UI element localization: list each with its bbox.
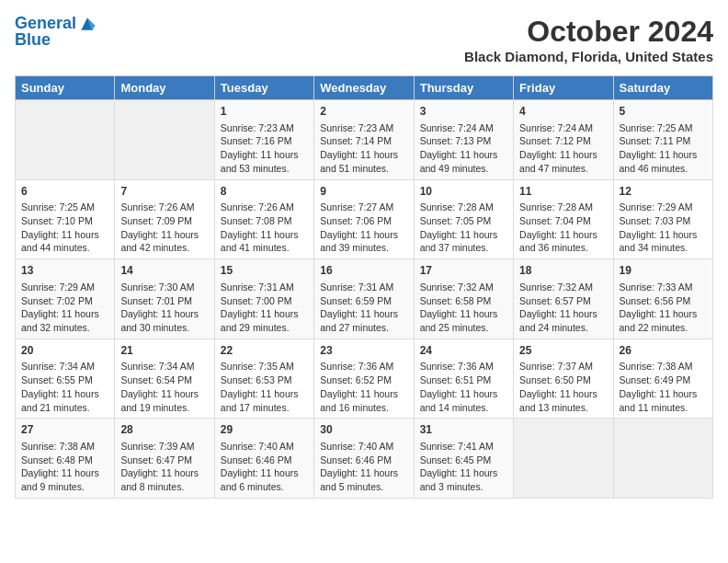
sunrise-text: Sunrise: 7:37 AM: [519, 360, 607, 373]
calendar-subtitle: Black Diamond, Florida, United States: [464, 49, 713, 64]
day-number: 25: [519, 343, 607, 359]
sunrise-text: Sunrise: 7:26 AM: [221, 201, 308, 214]
calendar-cell: 4 Sunrise: 7:24 AM Sunset: 7:12 PM Dayli…: [514, 100, 613, 180]
daylight-text: Daylight: 11 hours and 41 minutes.: [221, 228, 308, 255]
calendar-cell: 7 Sunrise: 7:26 AM Sunset: 7:09 PM Dayli…: [115, 179, 214, 259]
daylight-text: Daylight: 11 hours and 19 minutes.: [120, 387, 208, 414]
sunset-text: Sunset: 6:55 PM: [21, 373, 108, 387]
daylight-text: Daylight: 11 hours and 27 minutes.: [320, 307, 407, 334]
daylight-text: Daylight: 11 hours and 46 minutes.: [620, 148, 707, 175]
daylight-text: Daylight: 11 hours and 37 minutes.: [420, 228, 507, 255]
calendar-cell: 14 Sunrise: 7:30 AM Sunset: 7:01 PM Dayl…: [115, 259, 214, 339]
sunset-text: Sunset: 7:02 PM: [21, 294, 108, 308]
logo: General Blue: [15, 15, 97, 50]
daylight-text: Daylight: 11 hours and 22 minutes.: [620, 307, 707, 334]
calendar-header-row: SundayMondayTuesdayWednesdayThursdayFrid…: [16, 76, 713, 100]
day-number: 1: [221, 104, 308, 120]
day-number: 26: [620, 343, 707, 359]
daylight-text: Daylight: 11 hours and 53 minutes.: [221, 148, 308, 175]
daylight-text: Daylight: 11 hours and 30 minutes.: [120, 307, 208, 334]
calendar-cell: 9 Sunrise: 7:27 AM Sunset: 7:06 PM Dayli…: [314, 179, 414, 259]
calendar-week-2: 6 Sunrise: 7:25 AM Sunset: 7:10 PM Dayli…: [16, 179, 713, 259]
calendar-cell: 28 Sunrise: 7:39 AM Sunset: 6:47 PM Dayl…: [115, 419, 214, 499]
day-number: 23: [320, 343, 407, 359]
daylight-text: Daylight: 11 hours and 16 minutes.: [320, 387, 407, 414]
sunrise-text: Sunrise: 7:31 AM: [221, 281, 308, 294]
daylight-text: Daylight: 11 hours and 6 minutes.: [221, 466, 308, 493]
calendar-cell: 30 Sunrise: 7:40 AM Sunset: 6:46 PM Dayl…: [314, 419, 414, 499]
sunset-text: Sunset: 6:50 PM: [519, 373, 607, 387]
day-number: 30: [320, 422, 407, 438]
title-block: October 2024 Black Diamond, Florida, Uni…: [464, 15, 713, 64]
calendar-cell: 3 Sunrise: 7:24 AM Sunset: 7:13 PM Dayli…: [414, 100, 513, 180]
sunrise-text: Sunrise: 7:23 AM: [221, 121, 308, 135]
calendar-cell: [613, 419, 712, 499]
day-number: 29: [221, 422, 308, 438]
day-header-tuesday: Tuesday: [214, 76, 313, 100]
daylight-text: Daylight: 11 hours and 11 minutes.: [620, 387, 707, 414]
sunrise-text: Sunrise: 7:40 AM: [221, 440, 308, 454]
calendar-cell: 19 Sunrise: 7:33 AM Sunset: 6:56 PM Dayl…: [613, 259, 712, 339]
calendar-cell: 10 Sunrise: 7:28 AM Sunset: 7:05 PM Dayl…: [414, 179, 513, 259]
sunset-text: Sunset: 7:11 PM: [620, 134, 707, 148]
daylight-text: Daylight: 11 hours and 42 minutes.: [120, 228, 208, 255]
calendar-cell: 8 Sunrise: 7:26 AM Sunset: 7:08 PM Dayli…: [214, 179, 313, 259]
day-number: 5: [620, 104, 707, 120]
sunrise-text: Sunrise: 7:27 AM: [320, 201, 407, 214]
daylight-text: Daylight: 11 hours and 8 minutes.: [120, 466, 208, 493]
daylight-text: Daylight: 11 hours and 21 minutes.: [21, 387, 108, 414]
sunset-text: Sunset: 7:14 PM: [320, 134, 407, 148]
daylight-text: Daylight: 11 hours and 49 minutes.: [420, 148, 507, 175]
daylight-text: Daylight: 11 hours and 47 minutes.: [519, 148, 607, 175]
sunset-text: Sunset: 7:06 PM: [320, 214, 407, 228]
sunrise-text: Sunrise: 7:23 AM: [320, 121, 407, 135]
sunset-text: Sunset: 7:04 PM: [519, 214, 607, 228]
daylight-text: Daylight: 11 hours and 13 minutes.: [519, 387, 607, 414]
calendar-title: October 2024: [464, 15, 713, 49]
calendar-week-1: 1 Sunrise: 7:23 AM Sunset: 7:16 PM Dayli…: [16, 100, 713, 180]
day-number: 31: [420, 422, 507, 438]
day-number: 24: [420, 343, 507, 359]
sunset-text: Sunset: 7:00 PM: [221, 294, 308, 308]
sunrise-text: Sunrise: 7:28 AM: [519, 201, 607, 214]
sunset-text: Sunset: 7:12 PM: [519, 134, 607, 148]
sunset-text: Sunset: 6:52 PM: [320, 373, 407, 387]
daylight-text: Daylight: 11 hours and 5 minutes.: [320, 466, 407, 493]
sunrise-text: Sunrise: 7:25 AM: [21, 201, 108, 214]
daylight-text: Daylight: 11 hours and 34 minutes.: [620, 228, 707, 255]
calendar-cell: 20 Sunrise: 7:34 AM Sunset: 6:55 PM Dayl…: [16, 339, 115, 419]
calendar-cell: 15 Sunrise: 7:31 AM Sunset: 7:00 PM Dayl…: [214, 259, 313, 339]
day-number: 22: [221, 343, 308, 359]
day-header-saturday: Saturday: [613, 76, 712, 100]
calendar-cell: 26 Sunrise: 7:38 AM Sunset: 6:49 PM Dayl…: [613, 339, 712, 419]
calendar-cell: 6 Sunrise: 7:25 AM Sunset: 7:10 PM Dayli…: [16, 179, 115, 259]
calendar-cell: 13 Sunrise: 7:29 AM Sunset: 7:02 PM Dayl…: [16, 259, 115, 339]
sunrise-text: Sunrise: 7:40 AM: [320, 440, 407, 454]
sunset-text: Sunset: 7:13 PM: [420, 134, 507, 148]
sunset-text: Sunset: 7:03 PM: [620, 214, 707, 228]
sunset-text: Sunset: 7:01 PM: [120, 294, 208, 308]
calendar-cell: 22 Sunrise: 7:35 AM Sunset: 6:53 PM Dayl…: [214, 339, 313, 419]
day-number: 10: [420, 184, 507, 200]
daylight-text: Daylight: 11 hours and 51 minutes.: [320, 148, 407, 175]
sunset-text: Sunset: 7:10 PM: [21, 214, 108, 228]
calendar-cell: [115, 100, 214, 180]
sunrise-text: Sunrise: 7:26 AM: [120, 201, 208, 214]
sunrise-text: Sunrise: 7:38 AM: [620, 360, 707, 373]
sunset-text: Sunset: 6:56 PM: [620, 294, 707, 308]
sunrise-text: Sunrise: 7:39 AM: [120, 440, 208, 454]
day-number: 14: [120, 263, 208, 279]
calendar-week-5: 27 Sunrise: 7:38 AM Sunset: 6:48 PM Dayl…: [16, 419, 713, 499]
daylight-text: Daylight: 11 hours and 44 minutes.: [21, 228, 108, 255]
sunset-text: Sunset: 7:09 PM: [120, 214, 208, 228]
sunset-text: Sunset: 7:05 PM: [420, 214, 507, 228]
sunrise-text: Sunrise: 7:29 AM: [21, 281, 108, 294]
day-number: 11: [519, 184, 607, 200]
calendar-cell: 18 Sunrise: 7:32 AM Sunset: 6:57 PM Dayl…: [514, 259, 613, 339]
sunset-text: Sunset: 6:57 PM: [519, 294, 607, 308]
sunrise-text: Sunrise: 7:35 AM: [221, 360, 308, 373]
day-number: 13: [21, 263, 108, 279]
calendar-week-3: 13 Sunrise: 7:29 AM Sunset: 7:02 PM Dayl…: [16, 259, 713, 339]
sunset-text: Sunset: 6:45 PM: [420, 454, 507, 467]
page-header: General Blue October 2024 Black Diamond,…: [15, 15, 713, 64]
